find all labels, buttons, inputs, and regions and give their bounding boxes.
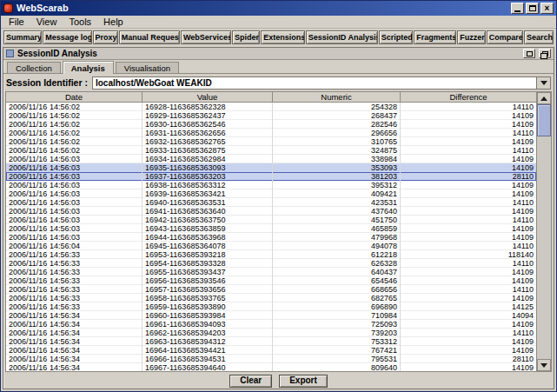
tab-label: Visualisation — [124, 63, 170, 73]
table-row[interactable]: 2006/11/16 14:56:34 16964-1163685394421 … — [6, 346, 536, 355]
cell-numeric: 725093 — [273, 320, 401, 329]
table-row[interactable]: 2006/11/16 14:56:03 16944-1163685363968 … — [6, 233, 536, 242]
cell-difference: 14110 — [401, 242, 536, 250]
cell-numeric: 268437 — [273, 111, 401, 120]
frame-maximize-button[interactable] — [523, 49, 535, 58]
table-row[interactable]: 2006/11/16 14:56:02 16928-1163685362328 … — [6, 103, 536, 111]
export-button[interactable]: Export — [279, 375, 328, 388]
table-row[interactable]: 2006/11/16 14:56:02 16929-1163685362437 … — [6, 111, 536, 120]
table-row[interactable]: 2006/11/16 14:56:03 16941-1163685363640 … — [6, 207, 536, 216]
frame-restore-button[interactable] — [539, 49, 551, 58]
cell-date: 2006/11/16 14:56:03 — [6, 198, 143, 207]
close-button[interactable]: × — [540, 3, 554, 14]
menu-item[interactable]: Tools — [63, 16, 97, 28]
maximize-icon — [529, 5, 536, 11]
table-row[interactable]: 2006/11/16 14:56:34 16967-1163685394640 … — [6, 363, 536, 371]
cell-value: 16930-1163685362546 — [143, 120, 273, 129]
table-row[interactable]: 2006/11/16 14:56:34 16961-1163685394093 … — [6, 320, 536, 329]
menu-item[interactable]: Help — [97, 16, 129, 28]
table-row[interactable]: 2006/11/16 14:56:04 16945-1163685364078 … — [6, 242, 536, 250]
cell-value: 16931-1163685362656 — [143, 129, 273, 137]
plugin-button[interactable]: Fuzzer — [457, 30, 486, 44]
cell-difference: 14109 — [401, 363, 536, 371]
table-row[interactable]: 2006/11/16 14:56:03 16943-1163685363859 … — [6, 224, 536, 233]
menu-item[interactable]: View — [30, 16, 63, 28]
cell-difference: 14109 — [401, 137, 536, 146]
table-row[interactable]: 2006/11/16 14:56:34 16962-1163685394203 … — [6, 329, 536, 337]
table-row[interactable]: 2006/11/16 14:56:33 16956-1163685393546 … — [6, 276, 536, 285]
cell-numeric: 451750 — [273, 216, 401, 224]
plugin-button[interactable]: SessionID Analysis — [306, 30, 378, 44]
cell-numeric: 437640 — [273, 207, 401, 216]
cell-numeric: 739203 — [273, 329, 401, 337]
plugin-button[interactable]: Spider — [232, 30, 260, 44]
cell-difference: 14109 — [401, 233, 536, 242]
column-header-date[interactable]: Date — [6, 92, 143, 102]
plugin-button[interactable]: Compare — [487, 30, 523, 44]
table-row[interactable]: 2006/11/16 14:56:34 16966-1163685394531 … — [6, 355, 536, 363]
tab[interactable]: Visualisation — [116, 62, 179, 73]
cell-value: 16953-1163685393218 — [143, 250, 273, 259]
column-header-value[interactable]: Value — [143, 92, 273, 102]
table-row[interactable]: 2006/11/16 14:56:02 16930-1163685362546 … — [6, 120, 536, 129]
table-row[interactable]: 2006/11/16 14:56:33 16958-1163685393765 … — [6, 294, 536, 302]
scrollbar-track[interactable] — [537, 104, 551, 359]
table-row[interactable]: 2006/11/16 14:56:03 16942-1163685363750 … — [6, 216, 536, 224]
table-row[interactable]: 2006/11/16 14:56:34 16960-1163685393984 … — [6, 311, 536, 320]
tab[interactable]: Collection — [7, 62, 61, 73]
menu-item[interactable]: File — [3, 16, 30, 28]
plugin-button[interactable]: Summary — [3, 30, 42, 44]
table-row[interactable]: 2006/11/16 14:56:03 16940-1163685363531 … — [6, 198, 536, 207]
table-row[interactable]: 2006/11/16 14:56:02 16933-1163685362875 … — [6, 146, 536, 155]
vertical-scrollbar[interactable] — [536, 92, 551, 371]
internal-frame-titlebar[interactable]: SessionID Analysis — [3, 48, 554, 60]
column-header-numeric[interactable]: Numeric — [273, 92, 401, 102]
plugin-button[interactable]: WebServices — [181, 30, 231, 44]
plugin-button[interactable]: Proxy — [93, 30, 118, 44]
table-row[interactable]: 2006/11/16 14:56:03 16938-1163685363312 … — [6, 181, 536, 189]
scrollbar-thumb[interactable] — [537, 104, 551, 136]
column-header-difference[interactable]: Difference — [401, 92, 536, 102]
session-identifier-combo[interactable]: localhost/WebGoat WEAKID — [92, 76, 551, 90]
plugin-button[interactable]: Extensions — [261, 30, 305, 44]
table-row[interactable]: 2006/11/16 14:56:33 16953-1163685393218 … — [6, 250, 536, 259]
table-row[interactable]: 2006/11/16 14:56:03 16935-1163685363093 … — [6, 163, 536, 172]
plugin-button[interactable]: Scripted — [379, 30, 414, 44]
cell-date: 2006/11/16 14:56:33 — [6, 250, 143, 259]
cell-difference: 14094 — [401, 311, 536, 320]
cell-date: 2006/11/16 14:56:33 — [6, 294, 143, 302]
table-row[interactable]: 2006/11/16 14:56:02 16931-1163685362656 … — [6, 129, 536, 137]
table-row[interactable]: 2006/11/16 14:56:33 16957-1163685393656 … — [6, 285, 536, 294]
table-row[interactable]: 2006/11/16 14:56:33 16954-1163685393328 … — [6, 259, 536, 268]
cell-numeric: 626328 — [273, 259, 401, 268]
plugin-button[interactable]: Message log — [43, 30, 91, 44]
table-row[interactable]: 2006/11/16 14:56:03 16939-1163685363421 … — [6, 189, 536, 198]
scroll-down-button[interactable] — [537, 359, 551, 371]
cell-difference: 14109 — [401, 120, 536, 129]
tab-label: Collection — [16, 63, 52, 73]
plugin-button[interactable]: Search — [524, 30, 554, 44]
tab[interactable]: Analysis — [63, 61, 114, 74]
table-body: 2006/11/16 14:56:02 16928-1163685362328 … — [6, 103, 536, 371]
maximize-button[interactable] — [526, 3, 539, 14]
minimize-button[interactable] — [511, 3, 524, 14]
cell-value: 16941-1163685363640 — [143, 207, 273, 216]
plugin-button[interactable]: Manual Request — [119, 30, 180, 44]
combo-dropdown-button[interactable] — [536, 77, 550, 89]
cell-value: 16959-1163685393890 — [143, 302, 273, 311]
table-row[interactable]: 2006/11/16 14:56:34 16963-1163685394312 … — [6, 337, 536, 346]
cell-date: 2006/11/16 14:56:02 — [6, 137, 143, 146]
cell-date: 2006/11/16 14:56:03 — [6, 155, 143, 163]
scroll-up-button[interactable] — [537, 92, 551, 104]
cell-date: 2006/11/16 14:56:03 — [6, 163, 143, 172]
table-row[interactable]: 2006/11/16 14:56:02 16932-1163685362765 … — [6, 137, 536, 146]
table-row[interactable]: 2006/11/16 14:56:03 16934-1163685362984 … — [6, 155, 536, 163]
table-row[interactable]: 2006/11/16 14:56:33 16959-1163685393890 … — [6, 302, 536, 311]
cell-date: 2006/11/16 14:56:02 — [6, 146, 143, 155]
clear-button[interactable]: Clear — [229, 375, 272, 388]
table-row[interactable]: 2006/11/16 14:56:33 16955-1163685393437 … — [6, 268, 536, 276]
plugin-button[interactable]: Fragments — [414, 30, 456, 44]
cell-value: 16934-1163685362984 — [143, 155, 273, 163]
table-row[interactable]: 2006/11/16 14:56:03 16937-1163685363203 … — [6, 172, 536, 181]
cell-numeric: 423531 — [273, 198, 401, 207]
